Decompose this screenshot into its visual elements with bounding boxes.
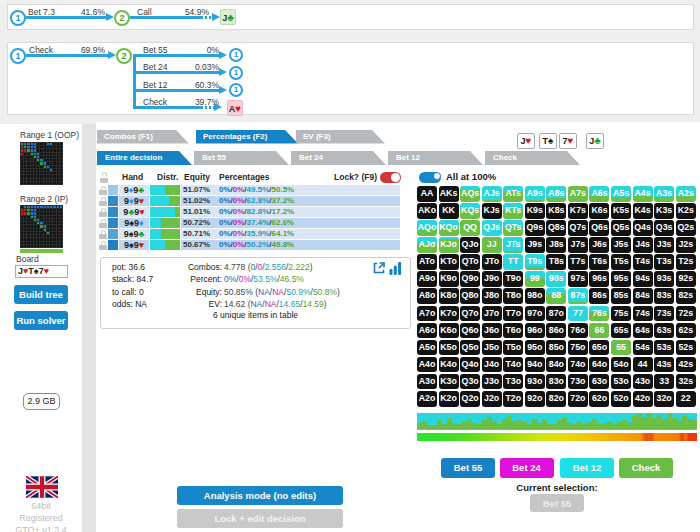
table-row[interactable]: 9♠9♣50.71%0%/0%/35.9%/64.1%: [99, 229, 400, 240]
matrix-cell-97s[interactable]: 97s: [568, 271, 588, 287]
matrix-cell-A7s[interactable]: A7s: [568, 186, 588, 202]
matrix-cell-94o[interactable]: 94o: [525, 357, 545, 373]
matrix-cell-94s[interactable]: 94s: [633, 271, 653, 287]
tree-card-turn[interactable]: J♣: [220, 9, 236, 25]
matrix-cell-A4s[interactable]: A4s: [633, 186, 653, 202]
matrix-cell-86s[interactable]: 86s: [589, 288, 609, 304]
matrix-cell-K2o[interactable]: K2o: [439, 391, 459, 407]
matrix-cell-Q3s[interactable]: Q3s: [654, 220, 674, 236]
matrix-cell-A8o[interactable]: A8o: [417, 288, 437, 304]
matrix-cell-K4s[interactable]: K4s: [633, 203, 653, 219]
matrix-cell-42s[interactable]: 42s: [676, 357, 696, 373]
matrix-cell-A2o[interactable]: A2o: [417, 391, 437, 407]
matrix-cell-96o[interactable]: 96o: [525, 323, 545, 339]
matrix-cell-J7o[interactable]: J7o: [482, 306, 502, 322]
matrix-cell-87o[interactable]: 87o: [546, 306, 566, 322]
matrix-cell-QTo[interactable]: QTo: [460, 254, 480, 270]
tree-node-player1[interactable]: 1: [10, 10, 26, 26]
matrix-cell-42o[interactable]: 42o: [633, 391, 653, 407]
analysis-mode-button[interactable]: Analysis mode (no edits): [177, 486, 343, 505]
matrix-cell-Q2o[interactable]: Q2o: [460, 391, 480, 407]
matrix-cell-53o[interactable]: 53o: [611, 374, 631, 390]
matrix-cell-J2o[interactable]: J2o: [482, 391, 502, 407]
tab-decision-check[interactable]: Check: [485, 151, 580, 165]
tree-node-player1[interactable]: 1: [229, 83, 243, 97]
lock-icon[interactable]: [99, 197, 107, 206]
tree-node-player1[interactable]: 1: [229, 48, 243, 62]
matrix-cell-A9o[interactable]: A9o: [417, 271, 437, 287]
matrix-cell-63s[interactable]: 63s: [654, 323, 674, 339]
matrix-cell-Q6o[interactable]: Q6o: [460, 323, 480, 339]
tree-node-player2[interactable]: 2: [116, 48, 132, 64]
tab-view-ev-f3[interactable]: EV (F3): [296, 130, 385, 144]
matrix-cell-KTs[interactable]: KTs: [503, 203, 523, 219]
lock-icon[interactable]: [99, 241, 107, 250]
tab-view-combos-f1[interactable]: Combos (F1): [97, 130, 189, 144]
matrix-cell-55[interactable]: 55: [611, 340, 631, 356]
matrix-cell-J8o[interactable]: J8o: [482, 288, 502, 304]
matrix-cell-95o[interactable]: 95o: [525, 340, 545, 356]
table-row[interactable]: 9♦9♥51.02%0%/0%/62.8%/37.2%: [99, 196, 400, 207]
matrix-cell-AJs[interactable]: AJs: [482, 186, 502, 202]
matrix-cell-87s[interactable]: 87s: [568, 288, 588, 304]
matrix-cell-JTo[interactable]: JTo: [482, 254, 502, 270]
matrix-cell-52o[interactable]: 52o: [611, 391, 631, 407]
matrix-cell-KK[interactable]: KK: [439, 203, 459, 219]
matrix-cell-K8o[interactable]: K8o: [439, 288, 459, 304]
matrix-cell-J3o[interactable]: J3o: [482, 374, 502, 390]
table-row[interactable]: 9♠9♥50.67%0%/0%/50.2%/49.8%: [99, 240, 400, 251]
matrix-cell-K2s[interactable]: K2s: [676, 203, 696, 219]
matrix-cell-74s[interactable]: 74s: [633, 306, 653, 322]
matrix-cell-AA[interactable]: AA: [417, 186, 437, 202]
board-card-badge[interactable]: T♠: [539, 133, 557, 149]
matrix-cell-J5o[interactable]: J5o: [482, 340, 502, 356]
matrix-cell-K6o[interactable]: K6o: [439, 323, 459, 339]
build-tree-button[interactable]: Build tree: [14, 285, 68, 304]
matrix-cell-65s[interactable]: 65s: [611, 323, 631, 339]
matrix-cell-T3o[interactable]: T3o: [503, 374, 523, 390]
col-header-distr[interactable]: Distr.: [157, 172, 178, 182]
matrix-cell-QQ[interactable]: QQ: [460, 220, 480, 236]
matrix-cell-65o[interactable]: 65o: [589, 340, 609, 356]
matrix-cell-QTs[interactable]: QTs: [503, 220, 523, 236]
matrix-cell-64s[interactable]: 64s: [633, 323, 653, 339]
matrix-cell-75o[interactable]: 75o: [568, 340, 588, 356]
matrix-cell-Q4o[interactable]: Q4o: [460, 357, 480, 373]
board-card-badge[interactable]: J♥: [517, 133, 535, 149]
lock-edit-button[interactable]: Lock + edit decision: [177, 509, 343, 528]
matrix-cell-TT[interactable]: TT: [503, 254, 523, 270]
matrix-cell-T7s[interactable]: T7s: [568, 254, 588, 270]
matrix-cell-T8s[interactable]: T8s: [546, 254, 566, 270]
matrix-cell-66[interactable]: 66: [589, 323, 609, 339]
matrix-cell-T4s[interactable]: T4s: [633, 254, 653, 270]
tab-decision-bet-24[interactable]: Bet 24: [291, 151, 386, 165]
matrix-cell-A3s[interactable]: A3s: [654, 186, 674, 202]
matrix-cell-93o[interactable]: 93o: [525, 374, 545, 390]
col-header-percentages[interactable]: Percentages: [219, 172, 270, 182]
lock-icon[interactable]: [99, 186, 107, 195]
matrix-cell-J5s[interactable]: J5s: [611, 237, 631, 253]
matrix-cell-T5s[interactable]: T5s: [611, 254, 631, 270]
matrix-cell-32o[interactable]: 32o: [654, 391, 674, 407]
matrix-cell-J7s[interactable]: J7s: [568, 237, 588, 253]
board-card-badge[interactable]: 7♥: [559, 133, 577, 149]
matrix-cell-K6s[interactable]: K6s: [589, 203, 609, 219]
matrix-cell-83o[interactable]: 83o: [546, 374, 566, 390]
lock-icon[interactable]: [99, 230, 107, 239]
lock-icon[interactable]: [99, 219, 107, 228]
matrix-cell-K5o[interactable]: K5o: [439, 340, 459, 356]
matrix-cell-A6o[interactable]: A6o: [417, 323, 437, 339]
matrix-cell-Q9o[interactable]: Q9o: [460, 271, 480, 287]
matrix-cell-J4s[interactable]: J4s: [633, 237, 653, 253]
tree-card-river[interactable]: A♥: [227, 100, 243, 116]
matrix-cell-54o[interactable]: 54o: [611, 357, 631, 373]
matrix-cell-K5s[interactable]: K5s: [611, 203, 631, 219]
matrix-cell-Q5o[interactable]: Q5o: [460, 340, 480, 356]
matrix-cell-QJo[interactable]: QJo: [460, 237, 480, 253]
matrix-cell-64o[interactable]: 64o: [589, 357, 609, 373]
matrix-cell-T3s[interactable]: T3s: [654, 254, 674, 270]
matrix-cell-A4o[interactable]: A4o: [417, 357, 437, 373]
matrix-cell-22[interactable]: 22: [676, 391, 696, 407]
matrix-cell-T5o[interactable]: T5o: [503, 340, 523, 356]
matrix-cell-75s[interactable]: 75s: [611, 306, 631, 322]
